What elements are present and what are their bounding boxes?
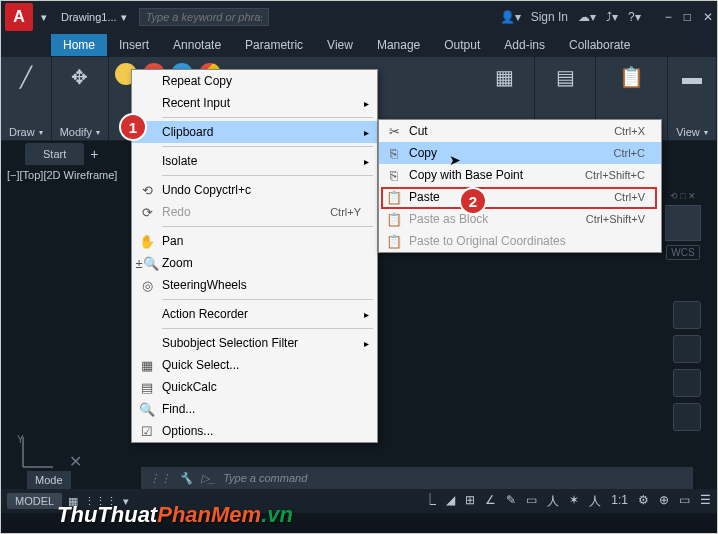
viewport-x-icon: ✕ [69, 452, 82, 471]
panel-modify[interactable]: ✥Modify [52, 57, 109, 140]
cloud-icon[interactable]: ☁▾ [578, 10, 596, 24]
paste-icon: 📋 [379, 190, 409, 205]
zoom-icon: ±🔍 [132, 256, 162, 271]
cmd-config-icon[interactable]: 🔧 [179, 472, 193, 485]
tab-insert[interactable]: Insert [107, 34, 161, 56]
maximize-button[interactable]: □ [684, 10, 691, 24]
signin-link[interactable]: Sign In [531, 10, 568, 24]
cmd-handle-icon[interactable]: ⋮⋮ [149, 472, 171, 485]
mi-pasteblk: 📋Paste as BlockCtrl+Shift+V [379, 208, 661, 230]
find-icon: 🔍 [132, 402, 162, 417]
watermark: ThuThuatPhanMem.vn [1, 497, 717, 533]
tab-manage[interactable]: Manage [365, 34, 432, 56]
mouse-cursor-icon: ➤ [449, 152, 461, 168]
mi-copybp[interactable]: ⎘Copy with Base PointCtrl+Shift+C [379, 164, 661, 186]
title-bar: A ▾ Drawing1...▾ 👤▾ Sign In ☁▾ ⤴▾ ?▾ − □… [1, 1, 717, 33]
callout-badge-2: 2 [459, 187, 487, 215]
view-label[interactable]: [−][Top][2D Wireframe] [7, 169, 117, 181]
app-logo[interactable]: A [5, 3, 33, 31]
copy-icon: ⎘ [379, 146, 409, 161]
tab-collaborate[interactable]: Collaborate [557, 34, 642, 56]
context-menu-main: Repeat Copy Recent Input Clipboard Isola… [131, 69, 378, 443]
quickselect-icon: ▦ [132, 358, 162, 373]
mi-copy[interactable]: ⎘CopyCtrl+C [379, 142, 661, 164]
move-icon: ✥ [64, 61, 96, 93]
tab-output[interactable]: Output [432, 34, 492, 56]
mi-find[interactable]: 🔍Find... [132, 398, 377, 420]
ribbon-tabs: Home Insert Annotate Parametric View Man… [1, 33, 717, 57]
model-tab[interactable]: Mode [27, 471, 71, 489]
mi-repeat[interactable]: Repeat Copy [132, 70, 377, 92]
callout-badge-1: 1 [119, 113, 147, 141]
paste-block-icon: 📋 [379, 212, 409, 227]
mi-action[interactable]: Action Recorder [132, 303, 377, 325]
mi-clipboard[interactable]: Clipboard [132, 121, 377, 143]
mi-zoom[interactable]: ±🔍Zoom [132, 252, 377, 274]
minimize-button[interactable]: − [665, 10, 672, 24]
close-button[interactable]: ✕ [703, 10, 713, 24]
mi-undo[interactable]: ⟲Undo Copyctrl+c [132, 179, 377, 201]
groups-icon: ▦ [488, 61, 520, 93]
search-input[interactable] [139, 8, 269, 26]
panel-view[interactable]: ▬View [668, 57, 717, 140]
mi-qselect[interactable]: ▦Quick Select... [132, 354, 377, 376]
calc-icon: ▤ [132, 380, 162, 395]
line-icon: ╱ [10, 61, 42, 93]
share-icon[interactable]: ⤴▾ [606, 10, 618, 24]
panel-draw[interactable]: ╱Draw [1, 57, 52, 140]
viewcube-panel[interactable]: ⟲ □ ✕ WCS [663, 191, 703, 260]
mi-wheels[interactable]: ◎SteeringWheels [132, 274, 377, 296]
mi-cut[interactable]: ✂CutCtrl+X [379, 120, 661, 142]
wcs-label: WCS [666, 245, 699, 260]
user-icon[interactable]: 👤▾ [500, 10, 521, 24]
tab-view[interactable]: View [315, 34, 365, 56]
wheel-icon: ◎ [132, 278, 162, 293]
tab-home[interactable]: Home [51, 34, 107, 56]
svg-text:Y: Y [17, 434, 24, 445]
mi-qcalc[interactable]: ▤QuickCalc [132, 376, 377, 398]
cmd-prompt-icon: ▷_ [201, 472, 215, 485]
ucs-icon: Y [17, 433, 57, 473]
mi-options[interactable]: ☑Options... [132, 420, 377, 442]
tab-addins[interactable]: Add-ins [492, 34, 557, 56]
command-line[interactable]: ⋮⋮ 🔧 ▷_ Type a command [141, 467, 693, 489]
paste-orig-icon: 📋 [379, 234, 409, 249]
mi-paste[interactable]: 📋PasteCtrl+V [379, 186, 661, 208]
clipboard-icon: 📋 [615, 61, 647, 93]
undo-icon: ⟲ [132, 183, 162, 198]
mi-isolate[interactable]: Isolate [132, 150, 377, 172]
filetab-start[interactable]: Start [25, 143, 84, 165]
calc-icon: ▤ [549, 61, 581, 93]
help-icon[interactable]: ?▾ [628, 10, 641, 24]
qat-dropdown-icon[interactable]: ▾ [41, 11, 47, 24]
tab-annotate[interactable]: Annotate [161, 34, 233, 56]
copy-bp-icon: ⎘ [379, 168, 409, 183]
document-title[interactable]: Drawing1...▾ [55, 9, 133, 26]
pan-icon: ✋ [132, 234, 162, 249]
mi-recent[interactable]: Recent Input [132, 92, 377, 114]
mi-subobj[interactable]: Subobject Selection Filter [132, 332, 377, 354]
folder-icon: ▬ [676, 61, 708, 93]
redo-icon: ⟳ [132, 205, 162, 220]
tab-parametric[interactable]: Parametric [233, 34, 315, 56]
options-icon: ☑ [132, 424, 162, 439]
viewcube[interactable] [665, 205, 701, 241]
nav-bar[interactable] [673, 301, 703, 431]
mi-redo: ⟳RedoCtrl+Y [132, 201, 377, 223]
mi-pasteorig: 📋Paste to Original Coordinates [379, 230, 661, 252]
new-tab-button[interactable]: + [90, 146, 98, 162]
context-menu-clipboard: ✂CutCtrl+X ⎘CopyCtrl+C ⎘Copy with Base P… [378, 119, 662, 253]
mi-pan[interactable]: ✋Pan [132, 230, 377, 252]
cut-icon: ✂ [379, 124, 409, 139]
